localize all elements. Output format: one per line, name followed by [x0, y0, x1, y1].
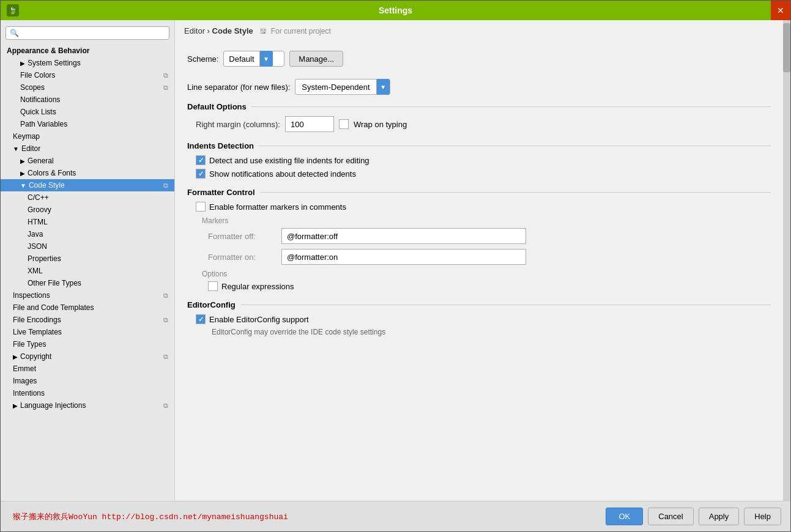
project-icon: 🖫 [260, 28, 267, 35]
copy-icon: ⧉ [163, 402, 168, 410]
default-options-title: Default Options [187, 102, 247, 111]
arrow-icon: ▼ [20, 182, 26, 189]
formatter-control-header: Formatter Control [187, 188, 771, 197]
sidebar-item-keymap[interactable]: Keymap [1, 130, 174, 142]
formatter-off-input[interactable] [281, 228, 526, 244]
default-options-section: Default Options Right margin (columns): … [187, 102, 771, 132]
editorconfig-section: EditorConfig ✓ Enable EditorConfig suppo… [187, 300, 771, 336]
sidebar-item-file-types[interactable]: File Types [1, 338, 174, 350]
sidebar-group-appearance: Appearance & Behavior [1, 45, 174, 57]
arrow-icon: ▶ [13, 353, 18, 360]
sidebar-item-copyright[interactable]: ▶Copyright ⧉ [1, 350, 174, 363]
bottom-buttons: OK Cancel Apply Help [606, 508, 790, 525]
line-separator-dropdown[interactable]: System-Dependent ▼ [295, 79, 390, 95]
content-with-scroll: Editor › Code Style 🖫 For current projec… [175, 20, 790, 501]
settings-content: Scheme: Default ▼ Manage... Line separat… [175, 42, 783, 501]
breadcrumb-project-label: For current project [271, 27, 331, 35]
scheme-label: Scheme: [187, 54, 218, 64]
main-area: 🔍 Appearance & Behavior ▶System Settings… [1, 20, 790, 501]
scrollbar[interactable] [783, 20, 790, 501]
sidebar-item-notifications[interactable]: Notifications [1, 94, 174, 106]
arrow-icon: ▶ [13, 402, 18, 409]
copy-icon: ⧉ [163, 292, 168, 300]
sidebar-item-cpp[interactable]: C/C++ [1, 191, 174, 204]
enable-editorconfig-checkbox[interactable]: ✓ [196, 314, 206, 324]
scheme-dropdown[interactable]: Default ▼ [223, 51, 284, 67]
right-margin-label: Right margin (columns): [196, 120, 280, 129]
editorconfig-title: EditorConfig [187, 300, 236, 309]
line-separator-label: Line separator (for new files): [187, 83, 290, 92]
sidebar-item-intentions[interactable]: Intentions [1, 387, 174, 399]
sidebar-item-xml[interactable]: XML [1, 265, 174, 277]
editorconfig-header: EditorConfig [187, 300, 771, 309]
divider [251, 106, 771, 107]
copy-icon: ⧉ [163, 72, 168, 79]
separator-row: Line separator (for new files): System-D… [187, 79, 771, 95]
check-icon: ✓ [198, 316, 204, 323]
formatter-off-label: Formatter off: [208, 232, 281, 241]
indents-detection-title: Indents Detection [187, 141, 254, 150]
sidebar-item-images[interactable]: Images [1, 375, 174, 387]
sidebar-item-json[interactable]: JSON [1, 240, 174, 253]
ok-button[interactable]: OK [606, 508, 643, 525]
sidebar-item-colors-fonts[interactable]: ▶Colors & Fonts [1, 167, 174, 179]
sidebar-item-language-injections[interactable]: ▶Language Injections ⧉ [1, 399, 174, 412]
search-box: 🔍 [6, 26, 169, 40]
scheme-row: Scheme: Default ▼ Manage... [187, 51, 771, 67]
right-margin-row: Right margin (columns): Wrap on typing [196, 116, 771, 132]
separator-dropdown-arrow[interactable]: ▼ [376, 79, 390, 95]
enable-editorconfig-label: Enable EditorConfig support [209, 315, 309, 324]
cancel-button[interactable]: Cancel [648, 508, 693, 525]
sidebar-item-groovy[interactable]: Groovy [1, 204, 174, 216]
sidebar-item-inspections[interactable]: Inspections⧉ [1, 289, 174, 301]
scheme-dropdown-arrow[interactable]: ▼ [259, 51, 273, 67]
sidebar-item-path-variables[interactable]: Path Variables [1, 118, 174, 130]
formatter-on-input[interactable] [281, 249, 526, 265]
show-notifications-row: ✓ Show notifications about detected inde… [196, 169, 771, 179]
detect-indents-checkbox[interactable]: ✓ [196, 155, 206, 165]
sidebar-item-scopes[interactable]: Scopes⧉ [1, 81, 174, 94]
copy-icon: ⧉ [163, 316, 168, 324]
breadcrumb-project: 🖫 For current project [260, 27, 330, 35]
right-margin-input[interactable] [285, 116, 334, 132]
editorconfig-note: EditorConfig may override the IDE code s… [196, 328, 771, 336]
sidebar-item-file-encodings[interactable]: File Encodings⧉ [1, 314, 174, 326]
arrow-icon: ▶ [20, 158, 25, 164]
sidebar-item-general[interactable]: ▶General [1, 155, 174, 167]
content-area: Editor › Code Style 🖫 For current projec… [175, 20, 783, 501]
sidebar-item-emmet[interactable]: Emmet [1, 363, 174, 375]
arrow-icon: ▶ [20, 170, 25, 177]
sidebar-item-java[interactable]: Java [1, 228, 174, 240]
scrollbar-thumb[interactable] [783, 23, 790, 72]
sidebar-item-file-code-templates[interactable]: File and Code Templates [1, 301, 174, 314]
enable-editorconfig-row: ✓ Enable EditorConfig support [196, 314, 771, 324]
sidebar-item-other-file-types[interactable]: Other File Types [1, 277, 174, 289]
sidebar-item-file-colors[interactable]: File Colors⧉ [1, 69, 174, 81]
window-title: Settings [379, 6, 412, 15]
sidebar-item-quick-lists[interactable]: Quick Lists [1, 106, 174, 118]
sidebar-item-html[interactable]: HTML [1, 216, 174, 228]
regex-checkbox[interactable] [208, 281, 218, 291]
arrow-icon: ▶ [20, 60, 25, 67]
regex-label: Regular expressions [221, 282, 294, 291]
show-notifications-checkbox[interactable]: ✓ [196, 169, 206, 179]
wrap-on-typing-checkbox[interactable] [339, 119, 349, 129]
help-button[interactable]: Help [744, 508, 781, 525]
sidebar-item-editor[interactable]: ▼Editor [1, 142, 174, 155]
sidebar-item-properties[interactable]: Properties [1, 253, 174, 265]
search-input[interactable] [21, 29, 165, 37]
options-title: Options [196, 270, 771, 278]
manage-button[interactable]: Manage... [289, 51, 343, 67]
enable-formatter-checkbox[interactable] [196, 202, 206, 212]
copy-icon: ⧉ [163, 182, 168, 190]
titlebar: 🍃 Settings ✕ [1, 1, 790, 20]
detect-checkbox-row: ✓ Detect and use existing file indents f… [196, 155, 771, 165]
close-button[interactable]: ✕ [771, 1, 790, 20]
sidebar-item-system-settings[interactable]: ▶System Settings [1, 57, 174, 69]
copy-icon: ⧉ [163, 353, 168, 361]
indents-detection-header: Indents Detection [187, 141, 771, 150]
apply-button[interactable]: Apply [699, 508, 740, 525]
sidebar-item-live-templates[interactable]: Live Templates [1, 326, 174, 338]
sidebar-item-code-style[interactable]: ▼Code Style ⧉ [1, 179, 174, 191]
detect-indents-label: Detect and use existing file indents for… [209, 156, 370, 165]
